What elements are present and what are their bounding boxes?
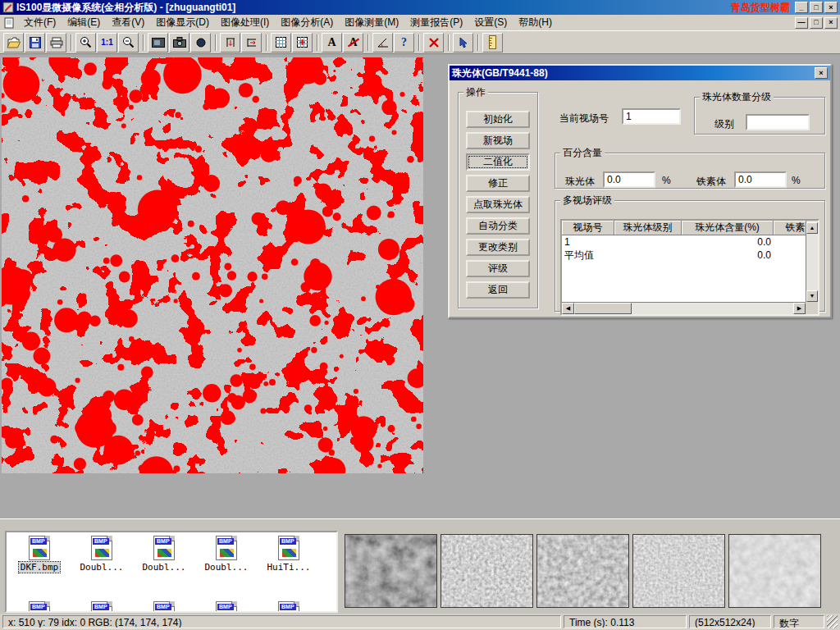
micrograph-image[interactable]	[2, 57, 423, 473]
menu-item[interactable]: 编辑(E)	[62, 14, 106, 31]
preview-thumbnail[interactable]	[536, 534, 629, 608]
op-button[interactable]: 自动分类	[466, 217, 530, 235]
close-button[interactable]: ×	[824, 2, 838, 13]
file-name: Doubl...	[141, 562, 188, 573]
scroll-right-icon[interactable]: ▶	[793, 303, 806, 314]
caliper-arrow-icon[interactable]	[241, 33, 262, 52]
status-bar: x: 510 y: 79 idx: 0 RGB: (174, 174, 174)…	[0, 614, 840, 630]
scrollbar-thumb[interactable]	[574, 303, 632, 314]
op-button[interactable]: 返回	[466, 281, 530, 299]
help-icon[interactable]: ?	[394, 33, 414, 52]
print-icon[interactable]	[46, 33, 66, 52]
op-button[interactable]: 初始化	[466, 111, 530, 128]
preview-thumbnail[interactable]	[345, 534, 437, 608]
menu-item[interactable]: 图像测量(M)	[339, 14, 404, 31]
file-name: Doubl...	[203, 562, 250, 573]
file-item[interactable]: BMPHuiTi...	[259, 536, 318, 573]
bmp-label: BMP	[30, 538, 47, 545]
table-header-cell[interactable]: 珠光体含量(%)	[682, 221, 774, 235]
watermark-text: 青岛货型树霸	[731, 1, 790, 15]
target-icon[interactable]	[190, 33, 211, 52]
status-mode: 数字	[774, 615, 824, 628]
table-header-cell[interactable]: 视场号	[562, 221, 614, 235]
multifield-legend: 多视场评级	[560, 194, 614, 208]
mdi-close-button[interactable]: ×	[824, 17, 838, 29]
file-item[interactable]: BMPDKF.bmp	[10, 536, 69, 573]
camera-icon[interactable]	[169, 33, 189, 52]
current-field-input[interactable]	[622, 108, 681, 125]
level-label: 级别	[714, 117, 734, 131]
menu-item[interactable]: 帮助(H)	[513, 14, 558, 31]
menu-item[interactable]: 设置(S)	[468, 14, 513, 31]
ferrite-percent-input[interactable]	[734, 171, 787, 188]
file-item[interactable]: BMPDoubl...	[197, 536, 256, 573]
preview-thumbnail[interactable]	[632, 534, 725, 608]
table-header-cell[interactable]: 珠光体级别	[614, 221, 682, 235]
grid-add-icon[interactable]	[292, 33, 313, 52]
op-button[interactable]: 二值化	[466, 153, 530, 171]
table-row[interactable]: 10.0	[562, 235, 806, 249]
dialog-title-bar[interactable]: 珠光体(GB/T9441-88) ×	[450, 66, 830, 80]
file-item[interactable]: BMP	[10, 601, 69, 613]
mdi-minimize-button[interactable]: —	[795, 17, 808, 29]
text-delete-icon[interactable]: A	[343, 33, 363, 52]
file-item[interactable]: BMP	[72, 601, 131, 613]
scroll-left-icon[interactable]: ◀	[562, 303, 574, 314]
measure-grid-icon[interactable]	[271, 33, 291, 52]
angle-icon[interactable]	[372, 33, 393, 52]
save-icon[interactable]	[25, 33, 45, 52]
table-cell: 0.0	[682, 249, 774, 262]
resize-grip[interactable]	[827, 615, 838, 628]
menu-item[interactable]: 查看(V)	[106, 14, 150, 31]
bmp-label: BMP	[280, 604, 296, 610]
mdi-child-icon[interactable]	[4, 17, 15, 29]
open-file-icon[interactable]	[3, 33, 24, 52]
menu-item[interactable]: 测量报告(P)	[404, 14, 468, 31]
percent-group: 百分含量 珠光体 % 铁素体 %	[555, 146, 825, 189]
menu-item[interactable]: 图像分析(A)	[275, 14, 339, 31]
table-header-cell[interactable]: 铁素	[774, 221, 806, 235]
zoom-in-icon[interactable]	[75, 33, 96, 52]
maximize-button[interactable]: □	[810, 2, 823, 13]
pointer-icon[interactable]	[453, 33, 473, 52]
file-item[interactable]: BMP	[135, 601, 194, 613]
op-button[interactable]: 修正	[466, 175, 530, 192]
vertical-scrollbar[interactable]: ▲ ▼	[806, 221, 818, 302]
menu-item[interactable]: 图像显示(D)	[150, 14, 215, 31]
level-input[interactable]	[746, 114, 810, 130]
bmp-label: BMP	[155, 604, 171, 610]
mdi-restore-button[interactable]: □	[810, 17, 823, 29]
ruler-icon[interactable]	[482, 33, 503, 52]
scroll-down-icon[interactable]: ▼	[806, 290, 818, 302]
text-tool-icon[interactable]: A	[322, 33, 342, 52]
horizontal-scrollbar[interactable]: ◀ ▶	[562, 302, 806, 314]
file-item[interactable]: BMP	[259, 601, 318, 613]
menu-item[interactable]: 文件(F)	[18, 14, 62, 31]
dialog-close-button[interactable]: ×	[815, 67, 828, 79]
bmp-file-icon: BMP	[278, 536, 299, 560]
toolbar-separator	[418, 34, 420, 51]
operations-legend: 操作	[463, 85, 488, 99]
delete-measure-icon[interactable]	[423, 33, 444, 52]
zoom-out-icon[interactable]	[118, 33, 139, 52]
pearlite-percent-input[interactable]	[603, 171, 655, 188]
op-button[interactable]: 新视场	[466, 132, 530, 149]
minimize-button[interactable]: _	[795, 2, 808, 13]
file-item[interactable]: BMPDoubl...	[72, 536, 131, 573]
toolbar: 1:1AA?	[0, 31, 840, 54]
op-button[interactable]: 更改类别	[466, 239, 530, 256]
capture-icon[interactable]	[148, 33, 168, 52]
preview-thumbnail[interactable]	[441, 534, 533, 608]
op-button[interactable]: 评级	[466, 260, 530, 277]
file-item[interactable]: BMPDoubl...	[135, 536, 194, 573]
menu-item[interactable]: 图像处理(I)	[215, 14, 275, 31]
bmp-thumbnail-art	[33, 549, 47, 557]
file-item[interactable]: BMP	[197, 601, 256, 613]
toolbar-separator	[71, 34, 72, 51]
table-row[interactable]: 平均值0.0	[562, 249, 806, 262]
scroll-up-icon[interactable]: ▲	[806, 222, 818, 234]
caliper-icon[interactable]	[220, 33, 240, 52]
preview-thumbnail[interactable]	[728, 534, 821, 608]
actual-size-icon[interactable]: 1:1	[97, 33, 117, 52]
op-button[interactable]: 点取珠光体	[466, 196, 530, 213]
